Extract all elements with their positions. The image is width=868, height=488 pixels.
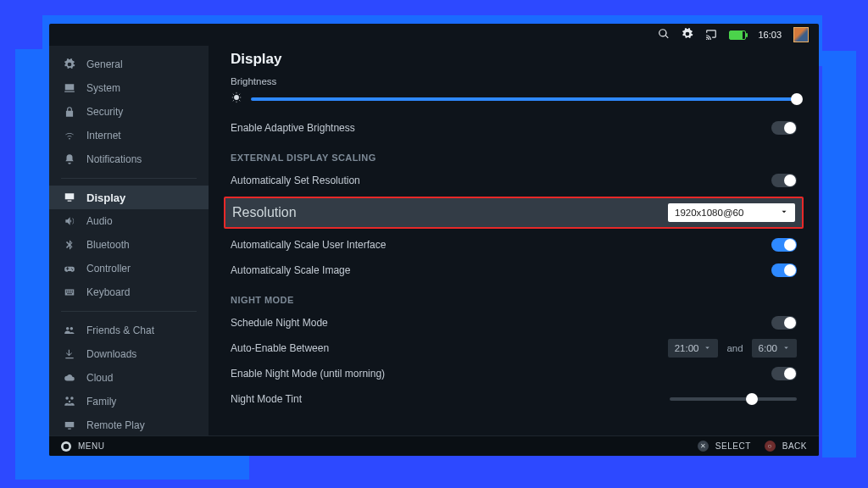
sidebar-item-label: Downloads: [86, 348, 136, 360]
auto-scale-ui-row: Automatically Scale User Interface: [231, 232, 797, 258]
auto-scale-ui-toggle[interactable]: [771, 238, 797, 252]
sidebar-divider: [61, 311, 197, 312]
settings-sidebar: General System Security Internet Notific…: [49, 46, 209, 435]
wifi-icon: [63, 130, 76, 141]
time-to-select[interactable]: 6:00: [752, 339, 797, 358]
bell-icon: [63, 153, 76, 165]
sidebar-item-label: Cloud: [86, 372, 113, 384]
sidebar-item-label: Audio: [86, 215, 113, 227]
footer-menu-hint[interactable]: MENU: [61, 441, 104, 452]
settings-body: General System Security Internet Notific…: [49, 46, 819, 435]
sidebar-divider: [61, 178, 197, 179]
sidebar-item-remote-play[interactable]: Remote Play: [49, 413, 209, 435]
enable-night-row: Enable Night Mode (until morning): [231, 361, 797, 386]
sidebar-item-friends[interactable]: Friends & Chat: [49, 319, 209, 342]
auto-scale-image-toggle[interactable]: [771, 263, 797, 277]
status-bar: 16:03: [49, 24, 819, 46]
brightness-icon: [231, 92, 242, 107]
sidebar-item-label: Security: [86, 106, 123, 118]
sidebar-item-security[interactable]: Security: [49, 100, 209, 124]
enable-night-toggle[interactable]: [771, 367, 797, 380]
adaptive-brightness-toggle[interactable]: [771, 121, 797, 135]
sidebar-item-downloads[interactable]: Downloads: [49, 342, 209, 366]
sidebar-item-label: Remote Play: [86, 419, 145, 431]
display-settings-panel: Display Brightness Enable Adaptive Brigh…: [209, 46, 819, 435]
sidebar-item-general[interactable]: General: [49, 53, 209, 76]
setting-label: Resolution: [232, 205, 297, 220]
sidebar-item-label: Bluetooth: [86, 239, 130, 251]
sidebar-item-system[interactable]: System: [49, 76, 209, 100]
system-icon: [63, 82, 76, 94]
clock-time: 16:03: [758, 30, 782, 40]
sidebar-item-audio[interactable]: Audio: [49, 209, 209, 233]
footer-back-hint[interactable]: BACK: [765, 441, 807, 452]
sidebar-item-label: Family: [86, 396, 116, 408]
footer-select-hint[interactable]: SELECT: [698, 441, 751, 452]
a-button-icon: [698, 441, 709, 452]
family-icon: [63, 396, 76, 408]
controller-icon: [63, 263, 76, 274]
battery-icon: [729, 30, 746, 40]
footer-select-label: SELECT: [715, 441, 751, 451]
sidebar-item-internet[interactable]: Internet: [49, 124, 209, 147]
brightness-slider[interactable]: [231, 92, 797, 107]
resolution-dropdown[interactable]: 1920x1080@60: [668, 203, 795, 222]
time-to-value: 6:00: [759, 343, 777, 353]
steam-glyph-icon: [61, 441, 71, 452]
slider-track[interactable]: [251, 97, 797, 101]
sidebar-item-label: System: [86, 82, 120, 94]
setting-label: Automatically Scale Image: [231, 264, 350, 276]
schedule-night-toggle[interactable]: [771, 316, 797, 330]
keyboard-icon: [63, 286, 76, 298]
resolution-row: Resolution 1920x1080@60: [224, 197, 804, 229]
setting-label: Enable Adaptive Brightness: [231, 122, 355, 134]
schedule-night-row: Schedule Night Mode: [231, 310, 797, 336]
sidebar-item-cloud[interactable]: Cloud: [49, 366, 209, 390]
sidebar-item-controller[interactable]: Controller: [49, 257, 209, 280]
slider-thumb[interactable]: [791, 93, 803, 105]
auto-resolution-toggle[interactable]: [771, 174, 797, 187]
sidebar-item-family[interactable]: Family: [49, 390, 209, 413]
setting-label: Automatically Scale User Interface: [231, 239, 386, 251]
tint-slider[interactable]: [670, 397, 797, 401]
chevron-down-icon: [782, 343, 790, 353]
time-range-group: 21:00 and 6:00: [668, 339, 797, 358]
friends-icon: [63, 324, 76, 336]
night-mode-section-header: NIGHT MODE: [231, 295, 797, 305]
footer-bar: MENU SELECT BACK: [49, 435, 819, 456]
and-label: and: [726, 343, 743, 353]
sidebar-item-keyboard[interactable]: Keyboard: [49, 280, 209, 304]
footer-back-label: BACK: [782, 441, 807, 451]
sidebar-item-label: Controller: [86, 263, 131, 274]
cast-icon[interactable]: [705, 28, 717, 42]
sidebar-item-label: Internet: [86, 130, 121, 141]
sidebar-item-label: Notifications: [86, 153, 142, 165]
lock-icon: [63, 106, 76, 118]
time-from-value: 21:00: [675, 343, 699, 353]
display-icon: [63, 191, 76, 203]
b-button-icon: [765, 441, 776, 452]
gear-icon[interactable]: [682, 28, 693, 42]
setting-label: Automatically Set Resolution: [231, 175, 360, 186]
setting-label: Enable Night Mode (until morning): [231, 368, 385, 380]
chevron-down-icon: [704, 343, 711, 353]
auto-enable-between-row: Auto-Enable Between 21:00 and 6:00: [231, 336, 797, 361]
setting-label: Auto-Enable Between: [231, 342, 329, 354]
sidebar-item-label: Friends & Chat: [86, 324, 154, 336]
time-from-select[interactable]: 21:00: [668, 339, 719, 358]
setting-label: Night Mode Tint: [231, 393, 302, 405]
download-icon: [63, 348, 76, 360]
sidebar-item-bluetooth[interactable]: Bluetooth: [49, 233, 209, 257]
remote-play-icon: [63, 419, 76, 431]
auto-resolution-row: Automatically Set Resolution: [231, 168, 797, 193]
bluetooth-icon: [63, 239, 76, 251]
avatar[interactable]: [793, 27, 809, 42]
brightness-label: Brightness: [231, 76, 797, 86]
setting-label: Schedule Night Mode: [231, 317, 328, 329]
dropdown-value: 1920x1080@60: [675, 208, 743, 218]
search-icon[interactable]: [658, 28, 670, 42]
slider-thumb[interactable]: [746, 393, 758, 405]
sidebar-item-notifications[interactable]: Notifications: [49, 147, 209, 171]
sidebar-item-display[interactable]: Display: [49, 186, 209, 209]
sidebar-item-label: Display: [86, 191, 125, 204]
